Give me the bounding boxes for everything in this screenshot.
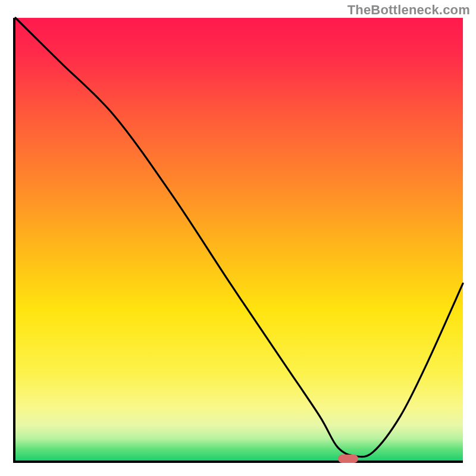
optimal-marker — [338, 455, 358, 463]
plot-area — [13, 18, 463, 463]
watermark-text: TheBottleneck.com — [347, 2, 470, 18]
chart-stage: TheBottleneck.com — [0, 0, 476, 476]
bottleneck-curve — [15, 18, 463, 461]
